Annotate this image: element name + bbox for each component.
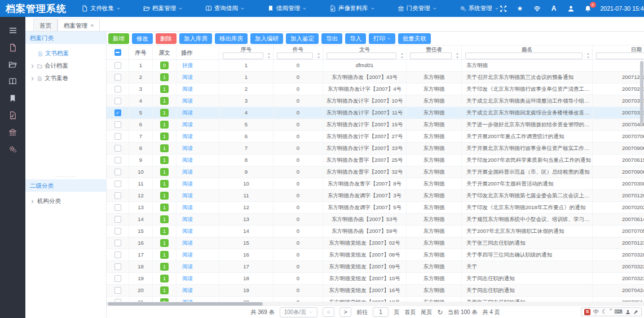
row-checkbox[interactable] xyxy=(114,157,121,164)
toolbar-button-加入库房[interactable]: 加入库房 xyxy=(179,33,212,44)
ime-moon-icon[interactable]: ☾ xyxy=(602,308,607,315)
toolbar-button-加入编研[interactable]: 加入编研 xyxy=(250,33,283,44)
ime-mode-icon[interactable]: 中 xyxy=(593,308,599,315)
font-icon[interactable]: A xyxy=(550,5,558,13)
sidebar-menu-icon[interactable] xyxy=(0,22,25,39)
menu-archive-manage[interactable]: 档案管理 xyxy=(143,5,183,12)
menu-borrow-manage[interactable]: 借阅管理 xyxy=(267,5,307,12)
table-row[interactable]: 131阅读120东方明德办发调字【2007】5号东方明德关于印发《北京东方明德2… xyxy=(107,202,644,214)
item-filter-input[interactable] xyxy=(277,52,313,59)
action-link[interactable]: 阅读 xyxy=(182,133,193,139)
star-icon[interactable]: ★ xyxy=(516,5,524,13)
caret-down-icon[interactable]: ▼ xyxy=(400,56,404,60)
table-row[interactable]: 141阅读130东方明德办函【2007】53号东方明德关于规范东方明德系统中小型… xyxy=(107,214,644,226)
horizontal-scrollbar[interactable] xyxy=(107,302,644,306)
toolbar-button-打印[interactable]: 打印 xyxy=(369,33,395,44)
table-row[interactable]: 181阅读170东方明德党组发【2007】09号东方明德关于20070322 xyxy=(107,261,644,273)
last-page-link[interactable]: 尾页 xyxy=(421,308,432,316)
row-checkbox[interactable] xyxy=(114,251,121,258)
first-page-link[interactable]: 首页 xyxy=(404,308,416,316)
action-link[interactable]: 挂接 xyxy=(182,62,193,68)
row-checkbox[interactable] xyxy=(114,192,121,199)
row-checkbox[interactable] xyxy=(114,86,121,92)
tree-item[interactable]: 机构分类 xyxy=(25,195,106,207)
action-link[interactable]: 阅读 xyxy=(182,251,193,258)
action-link[interactable]: 阅读 xyxy=(182,287,193,293)
user-icon[interactable] xyxy=(567,5,575,13)
tree-item[interactable]: 文书案卷 xyxy=(25,72,106,85)
row-checkbox[interactable] xyxy=(114,133,121,140)
vertical-scrollbar[interactable] xyxy=(640,60,643,302)
table-row[interactable]: 211阅读200东方明德党组发【2007】18号东方明德关于张三同志任职的通知2… xyxy=(107,297,644,302)
table-row[interactable]: 201阅读190东方明德党组发【2007】16号东方明德关于同志任职的通知200… xyxy=(107,285,644,297)
resp-filter-input[interactable] xyxy=(410,52,452,59)
table-row[interactable]: 171阅读160东方明德党组发【2007】08号东方明德关于李四等三位同志确认职… xyxy=(107,249,644,261)
action-link[interactable]: 阅读 xyxy=(182,228,193,234)
item-sort-carets[interactable]: ▲▼ xyxy=(317,52,320,59)
table-row[interactable]: 121阅读110东方明德办发调字【2007】3号东方明德关于印发北京东方明德第七… xyxy=(107,190,644,202)
tree-item[interactable]: 文书档案 xyxy=(25,47,106,60)
row-checkbox[interactable] xyxy=(114,263,121,270)
caret-down-icon[interactable]: ▼ xyxy=(267,56,271,60)
chevron-right-icon[interactable] xyxy=(30,76,35,81)
row-checkbox[interactable] xyxy=(114,240,121,246)
select-all-checkbox[interactable] xyxy=(114,49,121,56)
toolbar-button-加入鉴定[interactable]: 加入鉴定 xyxy=(286,33,319,44)
fullscreen-icon[interactable] xyxy=(499,5,508,13)
menu-query-borrow[interactable]: 查询借阅 xyxy=(205,5,245,12)
table-row[interactable]: 21阅读10东方明德办发【2007】43号东方明德关于召开北京东方明德第三次会议… xyxy=(107,72,644,83)
docno-sort-carets[interactable]: ▲▼ xyxy=(400,52,404,59)
action-link[interactable]: 阅读 xyxy=(182,180,193,187)
row-checkbox[interactable] xyxy=(114,287,121,294)
title-filter-input[interactable] xyxy=(465,52,583,59)
chevron-right-icon[interactable] xyxy=(30,199,35,204)
toolbar-button-删除[interactable]: 删除 xyxy=(156,33,177,44)
row-checkbox[interactable]: ✓ xyxy=(114,109,121,116)
table-row[interactable]: 111阅读100东方明德办发青字【2007】8号东方明德关于开展2007年主题科… xyxy=(107,178,644,190)
action-link[interactable]: 阅读 xyxy=(182,98,193,104)
action-link[interactable]: 阅读 xyxy=(182,216,193,222)
page-size-select[interactable]: 100条/页 xyxy=(280,307,317,317)
seq-filter-input[interactable] xyxy=(223,52,263,59)
ime-punct-icon[interactable]: ” xyxy=(610,308,611,315)
caret-down-icon[interactable]: ▼ xyxy=(317,56,320,60)
table-row[interactable]: 31阅读20东方明德办发计字【2007】4号东方明德关于印发《北京东方明德行政事… xyxy=(107,83,644,95)
action-link[interactable]: 阅读 xyxy=(182,275,193,281)
table-row[interactable]: 151阅读140东方明德办函【2007】59号东方明德关于2007年北京东方明德… xyxy=(107,226,644,237)
sidebar-cogs-icon[interactable] xyxy=(0,140,25,157)
action-link[interactable]: 阅读 xyxy=(182,157,193,163)
row-checkbox[interactable] xyxy=(114,275,121,282)
ime-logo-icon[interactable]: S xyxy=(584,309,590,315)
table-row[interactable]: 10挂接10dfmd01东方明德 xyxy=(107,60,644,72)
row-checkbox[interactable] xyxy=(114,121,121,128)
row-checkbox[interactable] xyxy=(114,74,121,81)
tab-archive-management[interactable]: 档案管理× xyxy=(58,19,100,31)
caret-down-icon[interactable]: ▼ xyxy=(456,56,459,60)
row-checkbox[interactable] xyxy=(114,216,121,223)
bell-icon[interactable]: 0 xyxy=(584,5,592,13)
toolbar-button-新增[interactable]: 新增 xyxy=(108,33,129,44)
action-link[interactable]: 阅读 xyxy=(182,192,193,198)
row-checkbox[interactable] xyxy=(114,204,121,211)
sidebar-bank-icon[interactable] xyxy=(0,123,25,140)
toolbar-button-批量关联[interactable]: 批量关联 xyxy=(398,33,431,44)
row-checkbox[interactable] xyxy=(114,228,121,235)
seq-sort-carets[interactable]: ▲▼ xyxy=(267,52,271,59)
table-row[interactable]: 161阅读150东方明德党组发【2007】02号东方明德关于张三同志任职的通知2… xyxy=(107,237,644,249)
chevron-right-icon[interactable] xyxy=(30,64,35,69)
action-link[interactable]: 阅读 xyxy=(182,169,193,175)
tab-home[interactable]: 首页 xyxy=(33,19,58,31)
row-checkbox[interactable] xyxy=(114,169,121,175)
ime-user-icon[interactable] xyxy=(625,310,630,315)
sidebar-bookmark-icon[interactable] xyxy=(0,90,25,107)
table-row[interactable]: 81阅读70东方明德办发计字【2007】33号东方明德关于开展北京东方明德行政事… xyxy=(107,143,644,154)
vertical-scrollbar-thumb[interactable] xyxy=(640,61,643,124)
row-checkbox[interactable] xyxy=(114,98,121,104)
action-link[interactable]: 阅读 xyxy=(182,240,193,246)
sidebar-file-media-icon[interactable] xyxy=(0,107,25,123)
toolbar-button-移出库房[interactable]: 移出库房 xyxy=(215,33,248,44)
table-row[interactable]: 41阅读30东方明德办发计字【2007】10号东方明德关于成立北京东方明德奥运环… xyxy=(107,95,644,107)
caret-down-icon[interactable]: ▼ xyxy=(586,56,590,60)
gem-icon[interactable] xyxy=(533,5,541,13)
next-page-button[interactable]: > xyxy=(339,307,351,317)
